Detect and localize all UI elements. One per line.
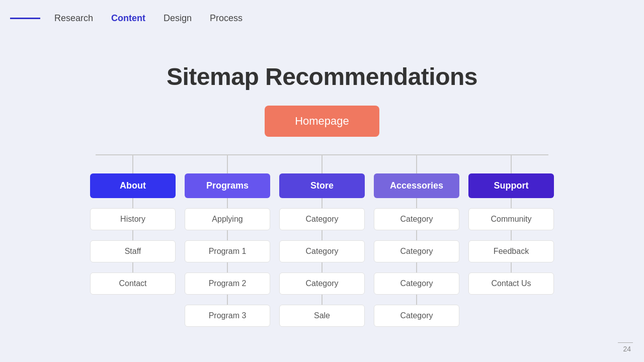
vert-line-store-0 <box>321 198 323 208</box>
sub-item-store-1[interactable]: Category <box>279 240 365 262</box>
homepage-box[interactable]: Homepage <box>265 106 379 137</box>
sub-item-accessories-0[interactable]: Category <box>374 208 459 230</box>
nav-item-process[interactable]: Process <box>201 9 252 28</box>
vert-line-accessories-1 <box>416 230 417 240</box>
vert-line-programs-0 <box>227 198 228 208</box>
vert-line-store-2 <box>321 262 323 273</box>
nav-accent-line <box>10 18 40 19</box>
columns-wrapper: AboutHistoryStaffContactProgramsApplying… <box>90 154 554 327</box>
column-programs: ProgramsApplyingProgram 1Program 2Progra… <box>185 154 270 327</box>
vert-line-programs-2 <box>227 262 228 273</box>
col-top-line-store <box>321 154 323 173</box>
nav-item-design[interactable]: Design <box>154 9 201 28</box>
vert-line-accessories-3 <box>416 295 417 305</box>
sub-item-support-1[interactable]: Feedback <box>468 240 554 262</box>
sitemap-container: Sitemap Recommendations Homepage AboutHi… <box>0 43 644 327</box>
cat-header-store[interactable]: Store <box>279 173 365 198</box>
vert-line-support-0 <box>511 198 512 208</box>
column-accessories: AccessoriesCategoryCategoryCategoryCateg… <box>374 154 459 327</box>
sub-item-accessories-3[interactable]: Category <box>374 305 459 327</box>
vert-line-accessories-0 <box>416 198 417 208</box>
vert-line-programs-1 <box>227 230 228 240</box>
sub-item-about-0[interactable]: History <box>90 208 176 230</box>
sub-item-support-2[interactable]: Contact Us <box>468 273 554 295</box>
vert-line-support-1 <box>511 230 512 240</box>
nav-item-research[interactable]: Research <box>45 9 102 28</box>
sub-item-accessories-2[interactable]: Category <box>374 273 459 295</box>
cat-header-about[interactable]: About <box>90 173 176 198</box>
sub-item-accessories-1[interactable]: Category <box>374 240 459 262</box>
page-number-line <box>618 342 633 343</box>
sub-item-store-3[interactable]: Sale <box>279 305 365 327</box>
vert-line-programs-3 <box>227 295 228 305</box>
column-support: SupportCommunityFeedbackContact Us <box>468 154 554 295</box>
vert-line-store-3 <box>321 295 323 305</box>
cat-header-accessories[interactable]: Accessories <box>374 173 459 198</box>
vert-line-about-0 <box>132 198 133 208</box>
sub-item-about-1[interactable]: Staff <box>90 240 176 262</box>
vert-line-about-1 <box>132 230 133 240</box>
col-top-line-support <box>511 154 512 173</box>
sub-item-programs-3[interactable]: Program 3 <box>185 305 270 327</box>
vert-line-accessories-2 <box>416 262 417 273</box>
sub-item-programs-1[interactable]: Program 1 <box>185 240 270 262</box>
page-number: 24 <box>623 345 631 353</box>
page-title: Sitemap Recommendations <box>167 63 477 90</box>
nav-item-content[interactable]: Content <box>102 9 154 28</box>
col-top-line-about <box>132 154 133 173</box>
column-store: StoreCategoryCategoryCategorySale <box>279 154 365 327</box>
top-nav: ResearchContentDesignProcess <box>0 0 644 28</box>
vert-line-store-1 <box>321 230 323 240</box>
cat-header-support[interactable]: Support <box>468 173 554 198</box>
sub-item-programs-2[interactable]: Program 2 <box>185 273 270 295</box>
column-about: AboutHistoryStaffContact <box>90 154 176 295</box>
sub-item-about-2[interactable]: Contact <box>90 273 176 295</box>
col-top-line-programs <box>227 154 228 173</box>
sub-item-store-2[interactable]: Category <box>279 273 365 295</box>
vert-line-about-2 <box>132 262 133 273</box>
cat-header-programs[interactable]: Programs <box>185 173 270 198</box>
sub-item-support-0[interactable]: Community <box>468 208 554 230</box>
vert-line-support-2 <box>511 262 512 273</box>
sub-item-store-0[interactable]: Category <box>279 208 365 230</box>
col-top-line-accessories <box>416 154 417 173</box>
sub-item-programs-0[interactable]: Applying <box>185 208 270 230</box>
